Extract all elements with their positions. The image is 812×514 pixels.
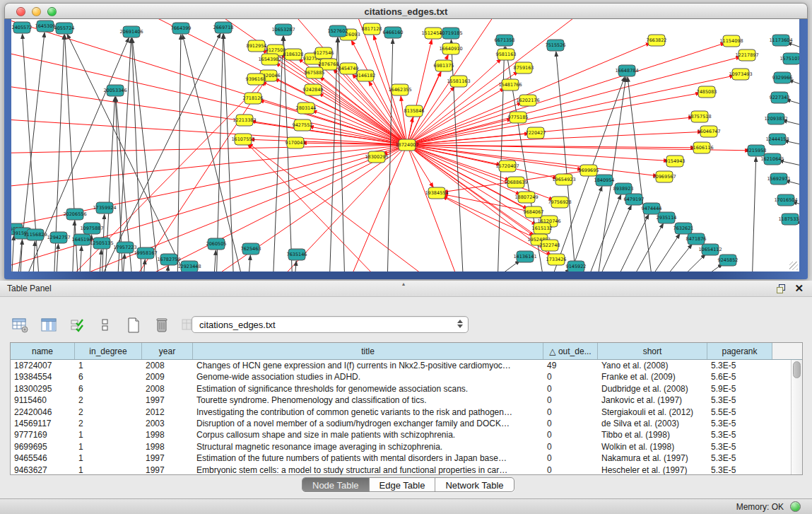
column-header-year[interactable]: year — [142, 343, 193, 359]
graph-node[interactable]: 9146182 — [355, 70, 376, 81]
graph-node[interactable]: 19384554 — [425, 187, 448, 199]
delete-column-icon[interactable] — [153, 316, 171, 334]
graph-node[interactable]: 10973493 — [729, 69, 752, 80]
memory-status-icon[interactable] — [790, 501, 801, 512]
column-header-title[interactable]: title — [193, 343, 543, 359]
graph-node[interactable]: 16462355 — [388, 84, 411, 95]
graph-edge[interactable] — [223, 34, 234, 271]
graph-edge[interactable] — [11, 235, 14, 271]
graph-node[interactable]: 7625463 — [241, 243, 261, 255]
graph-node[interactable]: 9145922 — [566, 261, 587, 271]
graph-node[interactable]: 16543982 — [258, 54, 281, 65]
graph-node[interactable]: 9127546 — [314, 47, 334, 59]
graph-node[interactable]: 15481766 — [498, 79, 522, 90]
graph-edge[interactable] — [283, 36, 293, 271]
table-selector-dropdown[interactable]: citations_edges.txt — [192, 316, 469, 333]
graph-node[interactable]: 12213383 — [233, 115, 256, 126]
graph-node[interactable]: 7485083 — [697, 86, 717, 98]
column-header-pagerank[interactable]: pagerank — [707, 343, 772, 359]
graph-node[interactable]: 10969567 — [652, 171, 676, 182]
graph-node[interactable]: 10719185 — [439, 28, 462, 39]
graph-node[interactable]: 7515526 — [546, 40, 566, 51]
graph-node[interactable]: 8186328 — [283, 49, 304, 60]
graph-edge[interactable] — [483, 260, 520, 271]
graph-edge[interactable] — [407, 145, 582, 170]
graph-node[interactable]: 20206556 — [63, 209, 86, 220]
graph-node[interactable]: 2405572 — [12, 22, 33, 33]
table-row[interactable]: 1830029562008Estimation of significance … — [11, 383, 791, 395]
graph-node[interactable]: 9154943 — [665, 156, 686, 167]
graph-node[interactable]: 8912954 — [247, 40, 267, 52]
graph-node[interactable]: 8215958 — [746, 145, 767, 156]
graph-edge[interactable] — [628, 223, 664, 271]
table-row[interactable]: 2242004622012Investigating the contribut… — [11, 407, 791, 418]
graph-node[interactable]: 9684067 — [524, 206, 544, 218]
graph-node[interactable]: 18757518 — [688, 111, 711, 122]
graph-node[interactable]: 18300295 — [365, 151, 388, 163]
graph-node[interactable]: 15581163 — [447, 76, 470, 87]
graph-node[interactable]: 20053346 — [103, 85, 126, 96]
tab-network-table[interactable]: Network Table — [435, 478, 513, 491]
graph-node[interactable]: 16648784 — [615, 65, 638, 76]
graph-node[interactable]: 6479197 — [624, 194, 645, 205]
graph-node[interactable]: 16640910 — [439, 43, 462, 54]
graph-edge[interactable] — [96, 33, 220, 271]
graph-node[interactable]: 16210645 — [760, 153, 784, 165]
graph-node[interactable]: 9581163 — [496, 49, 517, 60]
graph-node[interactable]: 9699695 — [579, 165, 599, 176]
graph-edge[interactable] — [346, 145, 407, 271]
graph-edge[interactable] — [124, 81, 265, 271]
splitter-handle[interactable]: ▴ — [402, 281, 405, 287]
graph-node[interactable]: 7635146 — [287, 249, 307, 260]
graph-node[interactable]: 11156829 — [23, 229, 47, 240]
table-row[interactable]: 911546021997Tourette syndrome. Phenomeno… — [11, 395, 791, 406]
graph-node[interactable]: 79756928 — [548, 197, 571, 208]
new-column-icon[interactable] — [124, 316, 143, 334]
graph-node[interactable]: 15751074 — [779, 53, 799, 64]
graph-node[interactable]: 9245852 — [718, 255, 739, 266]
graph-node[interactable]: 12217897 — [735, 49, 758, 61]
graph-edge[interactable] — [33, 241, 35, 271]
tab-node-table[interactable]: Node Table — [302, 478, 370, 491]
graph-node[interactable]: 1527602 — [328, 25, 348, 37]
graph-node[interactable]: 6466160 — [383, 27, 404, 38]
graph-edge[interactable] — [248, 255, 250, 271]
table-panel-header[interactable]: ▴ Table Panel ✕ — [0, 281, 812, 297]
graph-node[interactable]: 11154098 — [719, 35, 743, 47]
graph-node[interactable]: 1615132 — [532, 223, 553, 234]
graph-node[interactable]: 1840954 — [594, 175, 615, 186]
graph-edge[interactable] — [117, 38, 131, 271]
graph-node[interactable]: 18724007 — [395, 139, 418, 151]
graph-edge[interactable] — [584, 194, 621, 271]
graph-node[interactable]: 9170043 — [286, 137, 306, 148]
graph-node[interactable]: 2935114 — [657, 212, 677, 223]
graph-node[interactable]: 10653287 — [271, 24, 295, 35]
graph-node[interactable]: 17016504 — [774, 194, 797, 206]
column-header-name[interactable]: name — [11, 343, 75, 359]
graph-node[interactable]: 9675885 — [305, 67, 325, 78]
graph-node[interactable]: 2522748 — [540, 240, 560, 251]
graph-node[interactable]: 12942757 — [47, 232, 70, 243]
table-row[interactable]: 1872400712008Changes of HCN gene express… — [11, 360, 791, 371]
network-canvas[interactable]: 1872400789129549127508818632893275089127… — [11, 19, 799, 271]
graph-node[interactable]: 1645309 — [35, 21, 56, 32]
graph-node[interactable]: 16202176 — [516, 95, 539, 106]
graph-node[interactable]: 10975887 — [80, 223, 103, 234]
graph-node[interactable]: 7663822 — [647, 35, 667, 46]
graph-node[interactable]: 8135846 — [404, 105, 425, 117]
table-row[interactable]: 946362711997Embryonic stem cells: a mode… — [11, 465, 791, 475]
graph-node[interactable]: 8817128 — [362, 23, 382, 35]
graph-node[interactable]: 9329966 — [772, 72, 793, 83]
graph-edge[interactable] — [131, 38, 142, 271]
graph-edge[interactable] — [122, 254, 124, 271]
graph-node[interactable]: 8938923 — [613, 183, 634, 194]
graph-node[interactable]: 12093832 — [764, 113, 787, 124]
scrollbar-thumb[interactable] — [793, 361, 801, 378]
graph-node[interactable]: 11606116 — [690, 142, 713, 153]
graph-node[interactable]: 12444158 — [765, 134, 789, 145]
graph-node[interactable]: 2718126 — [243, 93, 264, 104]
graph-edge[interactable] — [657, 244, 692, 271]
graph-edge[interactable] — [79, 246, 81, 271]
table-row[interactable]: 946554611997Estimation of the future num… — [11, 452, 791, 464]
column-visibility-icon[interactable] — [40, 316, 58, 334]
